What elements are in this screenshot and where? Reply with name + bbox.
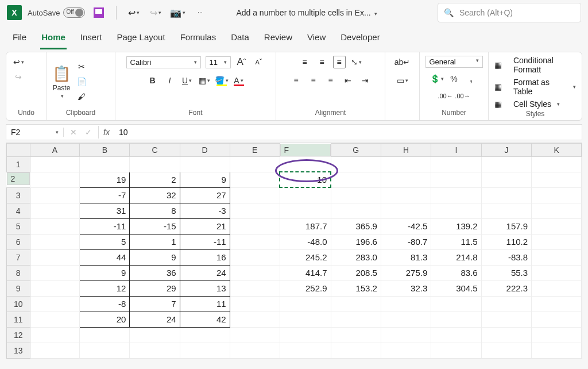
bold-button[interactable]: B (146, 74, 159, 87)
row-header-4[interactable]: 4 (7, 203, 30, 218)
column-header-A[interactable]: A (30, 144, 80, 157)
column-header-J[interactable]: J (481, 144, 531, 157)
orientation-button[interactable]: ⤡▾ (350, 56, 363, 68)
cell-E2[interactable] (230, 172, 280, 187)
column-header-D[interactable]: D (180, 144, 230, 157)
cell-G3[interactable] (331, 187, 381, 203)
format-painter-button[interactable]: 🖌 (75, 90, 88, 103)
format-as-table-button[interactable]: ▦ Format as Table▾ (494, 78, 576, 96)
cell-C10[interactable]: 7 (130, 296, 180, 312)
cell-G13[interactable] (331, 343, 381, 358)
cell-K9[interactable] (532, 280, 582, 296)
cell-F6[interactable]: -48.0 (280, 234, 331, 249)
cell-J2[interactable] (481, 172, 531, 187)
cell-E10[interactable] (230, 296, 280, 312)
fill-color-button[interactable]: 🪣▾ (215, 74, 228, 87)
fx-icon[interactable]: fx (99, 128, 114, 137)
camera-button[interactable]: 📷▾ (169, 5, 185, 21)
row-header-6[interactable]: 6 (7, 234, 30, 249)
column-header-I[interactable]: I (431, 144, 481, 157)
cell-I2[interactable] (431, 172, 481, 187)
conditional-formatting-button[interactable]: ▦ Conditional Formatt (494, 56, 576, 74)
cell-F1[interactable] (280, 156, 331, 172)
row-header-10[interactable]: 10 (7, 296, 30, 312)
cell-I13[interactable] (431, 343, 481, 358)
cell-G1[interactable] (331, 156, 381, 172)
redo-button[interactable]: ↪▾ (148, 5, 164, 21)
cell-D9[interactable]: 13 (180, 280, 230, 296)
cell-A8[interactable] (30, 265, 80, 280)
tab-developer[interactable]: Developer (339, 29, 381, 49)
select-all-corner[interactable] (7, 144, 30, 157)
cell-I5[interactable]: 139.2 (431, 218, 481, 234)
cell-D10[interactable]: 11 (180, 296, 230, 312)
cell-B4[interactable]: 31 (80, 203, 130, 218)
cell-I11[interactable] (431, 312, 481, 327)
cell-A10[interactable] (30, 296, 80, 312)
column-header-E[interactable]: E (230, 144, 280, 157)
cell-K4[interactable] (532, 203, 582, 218)
increase-font-button[interactable]: Aˆ (235, 56, 248, 68)
cell-B11[interactable]: 20 (80, 312, 130, 327)
redo-ribbon[interactable]: ↪ (12, 71, 25, 83)
cell-J5[interactable]: 157.9 (481, 218, 531, 234)
accounting-format-button[interactable]: 💲▾ (431, 72, 443, 85)
cancel-formula-button[interactable]: ✕ (67, 126, 80, 139)
column-header-H[interactable]: H (381, 144, 431, 157)
cell-A3[interactable] (30, 187, 80, 203)
cell-D2[interactable]: 9 (180, 172, 230, 187)
cell-F11[interactable] (280, 312, 331, 327)
cell-K10[interactable] (532, 296, 582, 312)
cell-H5[interactable]: -42.5 (381, 218, 431, 234)
tab-view[interactable]: View (306, 29, 327, 49)
cell-D8[interactable]: 24 (180, 265, 230, 280)
cell-I7[interactable]: 214.8 (431, 249, 481, 265)
cell-C11[interactable]: 24 (130, 312, 180, 327)
align-bottom-button[interactable]: ≡ (333, 56, 346, 68)
cell-J8[interactable]: 55.3 (481, 265, 531, 280)
number-format-select[interactable]: General▾ (425, 56, 483, 68)
cell-I6[interactable]: 11.5 (431, 234, 481, 249)
cell-K3[interactable] (532, 187, 582, 203)
cell-F3[interactable] (280, 187, 331, 203)
cell-E3[interactable] (230, 187, 280, 203)
align-top-button[interactable]: ≡ (299, 56, 311, 68)
cell-H10[interactable] (381, 296, 431, 312)
cell-A13[interactable] (30, 343, 80, 358)
spreadsheet-grid[interactable]: ABCDEFGHIJK121929103-732274318-35-11-152… (6, 143, 582, 359)
merge-center-button[interactable]: ▭▾ (396, 74, 409, 87)
cell-G6[interactable]: 196.6 (331, 234, 381, 249)
row-header-3[interactable]: 3 (7, 187, 30, 203)
cell-C2[interactable]: 2 (130, 172, 180, 187)
font-color-button[interactable]: A▾ (233, 74, 245, 87)
cell-A5[interactable] (30, 218, 80, 234)
cell-G10[interactable] (331, 296, 381, 312)
cell-D5[interactable]: 21 (180, 218, 230, 234)
italic-button[interactable]: I (164, 74, 176, 87)
tab-data[interactable]: Data (230, 29, 250, 49)
column-header-F[interactable]: F (280, 144, 331, 156)
underline-button[interactable]: U▾ (181, 74, 194, 87)
cell-H2[interactable] (381, 172, 431, 187)
cell-C1[interactable] (130, 156, 180, 172)
cell-H7[interactable]: 81.3 (381, 249, 431, 265)
cell-H6[interactable]: -80.7 (381, 234, 431, 249)
cell-D7[interactable]: 16 (180, 249, 230, 265)
align-right-button[interactable]: ≡ (324, 74, 337, 87)
column-header-C[interactable]: C (130, 144, 180, 157)
cell-J3[interactable] (481, 187, 531, 203)
tab-formulas[interactable]: Formulas (179, 29, 218, 49)
cell-B2[interactable]: 19 (80, 172, 130, 187)
cell-J11[interactable] (481, 312, 531, 327)
cell-A9[interactable] (30, 280, 80, 296)
cell-C8[interactable]: 36 (130, 265, 180, 280)
cell-E9[interactable] (230, 280, 280, 296)
font-name-select[interactable]: Calibri▾ (126, 56, 201, 68)
cell-G5[interactable]: 365.9 (331, 218, 381, 234)
cell-B3[interactable]: -7 (80, 187, 130, 203)
comma-format-button[interactable]: , (465, 72, 478, 85)
cell-A6[interactable] (30, 234, 80, 249)
cell-C13[interactable] (130, 343, 180, 358)
cell-C5[interactable]: -15 (130, 218, 180, 234)
save-button[interactable] (91, 5, 107, 21)
